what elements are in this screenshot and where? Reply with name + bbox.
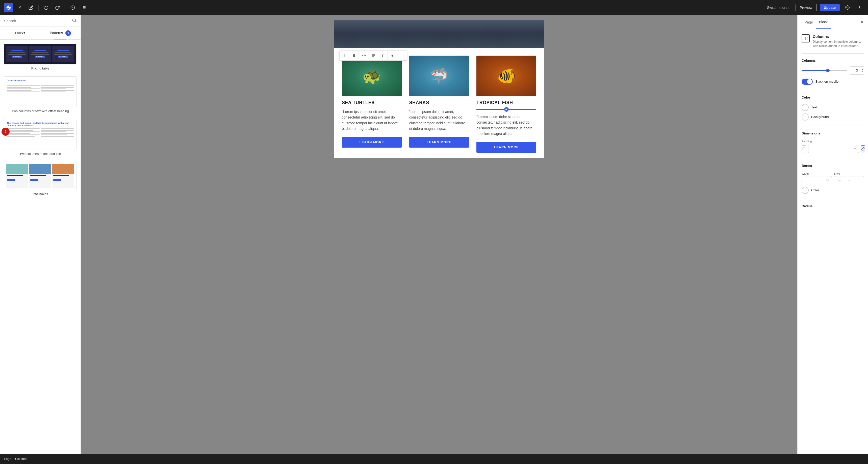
tab-patterns[interactable]: Patterns 1 [40, 27, 81, 39]
right-sidebar-header: Page Block ✕ [798, 15, 868, 29]
svg-point-10 [72, 19, 75, 22]
columns-slider[interactable] [802, 70, 847, 71]
sidebar-content: $190/year $280/year $440/year [0, 40, 81, 454]
undo-button[interactable] [42, 3, 51, 12]
pattern-two-col-title-label: Two columns of text and title [4, 152, 76, 156]
tropical-fish-learn-more-button[interactable]: LEARN MORE [476, 142, 536, 153]
right-sidebar-content: Columns Display content in multiple colu… [798, 29, 868, 454]
columns-section-title: Columns [802, 59, 816, 62]
update-button[interactable]: Update [820, 4, 840, 11]
drag-handle-button[interactable]: ⠿ [349, 51, 359, 60]
hero-clouds [334, 33, 544, 48]
columns-block-icon [802, 34, 810, 42]
color-settings-section: Color ⋮ Text Background [802, 95, 864, 126]
pattern-pricing-table[interactable]: $190/year $280/year $440/year [4, 44, 76, 70]
content-section: SEA TURTLES "Lorem ipsum dolor sit amet,… [334, 48, 544, 158]
circle-button[interactable]: ● [388, 51, 397, 60]
color-section-title: Color [802, 95, 810, 99]
stack-mobile-toggle[interactable] [802, 79, 813, 85]
border-style-options: — - - ··· [834, 176, 864, 184]
top-bar-right: Switch to draft Preview Update ⋮ [764, 3, 864, 12]
canvas-area[interactable]: ⠿ T ● ⋮ [81, 15, 797, 454]
block-description: Display content in multiple columns, wit… [813, 40, 864, 48]
pattern-pricing-thumb: $190/year $280/year $440/year [4, 44, 76, 64]
column-sea-turtles: SEA TURTLES "Lorem ipsum dolor sit amet,… [342, 56, 402, 153]
columns-block-button[interactable] [340, 51, 349, 60]
sidebar-tabs: Blocks Patterns 1 [0, 27, 81, 40]
pricing-thumb-inner: $190/year $280/year $440/year [4, 44, 76, 64]
text-align-button[interactable]: T [378, 51, 388, 60]
info-button[interactable] [68, 3, 77, 12]
pattern-info-boxes[interactable]: Info Boxes [4, 162, 76, 196]
tab-page[interactable]: Page [802, 16, 816, 28]
text-color-option[interactable]: Text [802, 104, 864, 111]
price-col-2: $280/year [29, 46, 51, 62]
breadcrumb-page[interactable]: Page [4, 457, 11, 461]
move-up-down-button[interactable] [359, 51, 368, 60]
decrement-button[interactable]: ▼ [861, 70, 863, 73]
wordpress-logo[interactable] [4, 3, 13, 12]
tab-blocks[interactable]: Blocks [0, 27, 40, 39]
right-sidebar: Page Block ✕ Columns Display content in … [797, 15, 868, 454]
column-sharks: SHARKS "Lorem ipsum dolor sit amet, cons… [409, 56, 469, 153]
padding-px-unit: PX [853, 147, 857, 150]
border-color-circle[interactable] [802, 187, 809, 194]
color-section-more-button[interactable]: ⋮ [860, 95, 864, 100]
padding-input[interactable] [810, 147, 853, 151]
dimensions-settings-section: Dimensions ⋮ Padding PX [802, 131, 864, 158]
background-color-label: Background [811, 115, 829, 119]
stepper-buttons: ▲ ▼ [861, 68, 863, 73]
border-style-solid[interactable]: — [835, 178, 844, 183]
sea-turtles-learn-more-button[interactable]: LEARN MORE [342, 137, 402, 148]
increment-button[interactable]: ▲ [861, 68, 863, 70]
border-px-unit: PX [826, 179, 830, 182]
svg-rect-17 [804, 37, 805, 40]
right-sidebar-close-button[interactable]: ✕ [860, 20, 864, 25]
list-view-button[interactable] [79, 3, 88, 12]
pattern-two-col-title[interactable]: 2 The voyage had begun, and had begun ha… [4, 119, 76, 156]
pattern-two-col-label: Two columns of text with offset heading [4, 109, 76, 113]
link-dimensions-button[interactable] [861, 145, 865, 152]
main-layout: Blocks Patterns 1 $190/year [0, 15, 868, 454]
columns-control: ▲ ▼ [802, 66, 864, 75]
redo-button[interactable] [53, 3, 62, 12]
breadcrumb-bar: Page › Columns [0, 454, 868, 464]
border-width-field[interactable] [804, 178, 825, 182]
border-width-label: Width [802, 172, 832, 175]
background-color-circle [802, 114, 809, 120]
border-section-title: Border [802, 164, 812, 168]
close-button[interactable]: ✕ [15, 3, 24, 12]
edit-button[interactable] [26, 3, 35, 12]
sharks-learn-more-button[interactable]: LEARN MORE [409, 137, 469, 148]
preview-button[interactable]: Preview [796, 4, 817, 11]
color-section-header: Color ⋮ [802, 95, 864, 100]
padding-icon[interactable] [802, 145, 806, 152]
background-color-option[interactable]: Background [802, 114, 864, 120]
padding-row: PX [802, 145, 864, 153]
tropical-fish-text: "Lorem ipsum dolor sit amet, consectetur… [476, 114, 536, 137]
hero-image [334, 20, 544, 48]
svg-point-9 [847, 7, 848, 8]
border-section-more-button[interactable]: ⋮ [860, 163, 864, 168]
dimensions-section-header: Dimensions ⋮ [802, 131, 864, 136]
search-icon-button[interactable] [72, 18, 76, 24]
plus-icon[interactable]: + [504, 107, 509, 112]
more-options-button[interactable]: ⋮ [855, 3, 864, 12]
pattern-info-boxes-thumb [4, 162, 76, 190]
tab-block[interactable]: Block [816, 16, 831, 29]
align-button[interactable] [368, 51, 378, 60]
border-style-dotted[interactable]: ··· [854, 178, 863, 183]
breadcrumb-columns[interactable]: Columns [15, 457, 27, 461]
block-info: Columns Display content in multiple colu… [802, 34, 864, 54]
text-color-circle [802, 104, 809, 111]
settings-button[interactable] [843, 3, 852, 12]
pattern-two-col-offset[interactable]: Oceanic Inspiration [4, 76, 76, 113]
dimensions-section-more-button[interactable]: ⋮ [860, 131, 864, 136]
more-toolbar-button[interactable]: ⋮ [397, 51, 407, 60]
tropical-fish-image [476, 56, 536, 96]
columns-number-input[interactable] [854, 68, 861, 72]
border-settings-section: Border ⋮ Width PX Style — [802, 163, 864, 199]
switch-to-draft-button[interactable]: Switch to draft [764, 4, 793, 11]
border-style-dashed[interactable]: - - [844, 178, 853, 183]
search-input[interactable] [4, 19, 70, 23]
